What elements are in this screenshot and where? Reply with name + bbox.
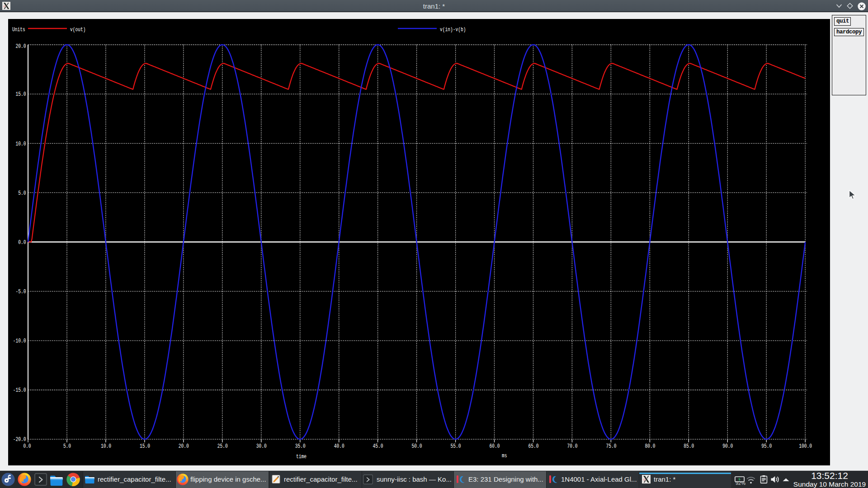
svg-text:0.0: 0.0 — [23, 443, 31, 450]
svg-text:60.0: 60.0 — [490, 443, 500, 450]
svg-text:-10.0: -10.0 — [13, 338, 26, 344]
svg-text:Units: Units — [12, 26, 25, 33]
svg-text:15.0: 15.0 — [140, 443, 150, 450]
svg-text:90.0: 90.0 — [722, 443, 733, 450]
svg-text:45.0: 45.0 — [373, 443, 383, 450]
svg-text:-5.0: -5.0 — [16, 288, 26, 295]
svg-text:100.0: 100.0 — [799, 443, 812, 450]
svg-text:80.0: 80.0 — [645, 443, 655, 450]
svg-text:30.0: 30.0 — [256, 443, 267, 450]
svg-text:35.0: 35.0 — [295, 443, 306, 450]
svg-text:20.0: 20.0 — [16, 43, 26, 50]
svg-text:10.0: 10.0 — [101, 443, 111, 450]
svg-text:25.0: 25.0 — [217, 443, 228, 450]
svg-text:5.0: 5.0 — [63, 443, 71, 450]
svg-text:5.0: 5.0 — [18, 190, 26, 197]
svg-text:40.0: 40.0 — [334, 443, 344, 450]
svg-text:-15.0: -15.0 — [13, 387, 26, 394]
svg-text:ms: ms — [502, 452, 507, 459]
svg-text:v(out): v(out) — [70, 26, 86, 33]
svg-text:v(in)-v(b): v(in)-v(b) — [440, 26, 466, 33]
svg-text:75.0: 75.0 — [606, 443, 616, 450]
svg-text:65.0: 65.0 — [528, 443, 539, 450]
svg-text:10.0: 10.0 — [16, 141, 26, 147]
svg-text:20.0: 20.0 — [179, 443, 189, 450]
svg-text:85.0: 85.0 — [684, 443, 694, 450]
svg-text:55.0: 55.0 — [451, 443, 461, 450]
svg-text:95.0: 95.0 — [761, 443, 772, 450]
svg-text:50.0: 50.0 — [412, 443, 422, 450]
svg-text:70.0: 70.0 — [567, 443, 577, 450]
svg-text:0.0: 0.0 — [18, 239, 26, 246]
svg-text:time: time — [296, 453, 307, 460]
svg-text:-20.0: -20.0 — [13, 436, 26, 443]
svg-text:15.0: 15.0 — [16, 91, 26, 98]
